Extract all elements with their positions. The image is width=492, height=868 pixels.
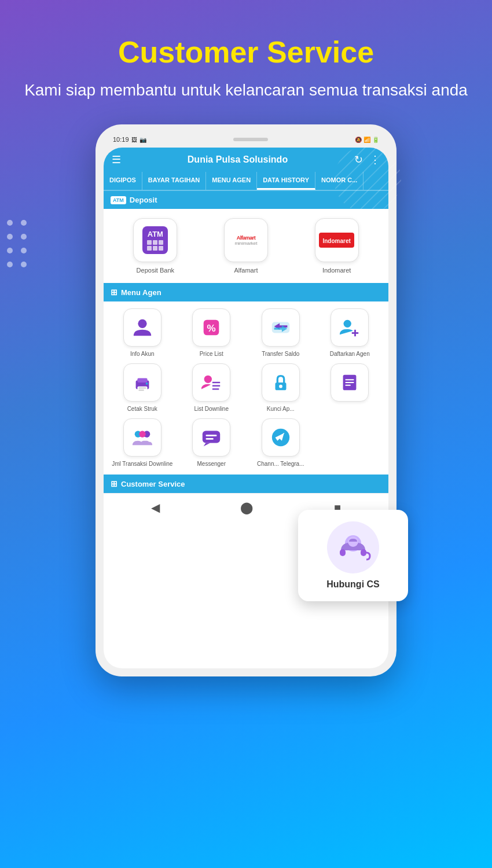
deposit-header-label: Deposit xyxy=(130,196,157,204)
dot xyxy=(7,220,13,226)
menu-agen-section: Info Akun % Price List xyxy=(104,301,388,475)
dot xyxy=(7,248,13,253)
menu-price-list[interactable]: % Price List xyxy=(180,308,244,358)
svg-rect-35 xyxy=(361,549,366,556)
page-title: Customer Service xyxy=(23,35,469,69)
indomaret-label: Indomaret xyxy=(322,267,351,274)
svg-point-14 xyxy=(145,382,148,385)
svg-point-2 xyxy=(138,319,146,328)
dot xyxy=(21,220,27,226)
person-icon xyxy=(131,317,153,339)
send-icon xyxy=(270,426,292,448)
alfamart-item[interactable]: Alfamart minimarket Alfamart xyxy=(224,218,268,274)
svg-rect-34 xyxy=(340,549,346,556)
back-button[interactable]: ◀ xyxy=(151,501,160,514)
dot xyxy=(21,234,27,240)
transfer-icon xyxy=(270,317,292,339)
cs-section-label: Customer Service xyxy=(121,480,185,488)
tab-nomor-c[interactable]: NOMOR C... xyxy=(315,172,364,190)
percent-tag-icon: % xyxy=(200,317,222,339)
svg-point-27 xyxy=(139,431,145,437)
cs-icon-circle xyxy=(327,521,379,573)
menu-channel-telegram[interactable]: Chann... Telegra... xyxy=(249,418,313,468)
deposit-bank-item[interactable]: ATM Deposit Bank xyxy=(133,218,177,274)
svg-point-6 xyxy=(344,320,351,328)
cs-popup[interactable]: Hubungi CS xyxy=(298,510,408,601)
printer-icon xyxy=(131,372,153,393)
dot xyxy=(21,248,27,253)
svg-rect-10 xyxy=(137,378,147,383)
alfamart-icon: Alfamart minimarket xyxy=(224,218,268,262)
menu-daftarkan-agen[interactable]: Daftarkan Agen xyxy=(318,308,382,358)
dot xyxy=(21,262,27,267)
app-header: ☰ Dunia Pulsa Solusindo ↻ ⋮ xyxy=(104,148,388,172)
notch-pill xyxy=(233,138,268,141)
tab-menu-agen[interactable]: MENU AGEN xyxy=(206,172,257,190)
atm-icon: ATM xyxy=(142,226,168,254)
deposit-section-header: ATM Deposit xyxy=(104,191,388,209)
menu-transfer-saldo[interactable]: Transfer Saldo xyxy=(249,308,313,358)
headset-icon xyxy=(333,527,373,568)
tab-bayar-tagihan[interactable]: BAYAR TAGIHAN xyxy=(142,172,206,190)
page-subtitle: Kami siap membantu untuk kelancaran semu… xyxy=(23,79,469,101)
menu-jml-transaksi[interactable]: Jml Transaksi Downline xyxy=(111,418,174,468)
svg-point-15 xyxy=(204,376,212,383)
menu-info-akun-label: Info Akun xyxy=(130,350,155,358)
phone-notch xyxy=(216,134,285,145)
deposit-bank-icon: ATM xyxy=(133,218,177,262)
menu-cetak-struk[interactable]: Cetak Struk xyxy=(111,363,174,413)
svg-rect-23 xyxy=(346,382,354,383)
menu-transfer-saldo-label: Transfer Saldo xyxy=(262,350,299,358)
svg-point-20 xyxy=(279,385,282,388)
cs-section-header: ⊞ Customer Service xyxy=(104,475,388,493)
menu-doc[interactable] xyxy=(318,363,382,413)
menu-grid: Info Akun % Price List xyxy=(111,308,381,468)
alfamart-label: Alfamart xyxy=(234,267,258,274)
menu-agen-icon: ⊞ xyxy=(111,288,118,297)
phone-container: 10:19 🖼 📷 🔕 📶 🔋 ☰ Dunia Pulsa Solusindo … xyxy=(96,124,396,676)
menu-info-akun[interactable]: Info Akun xyxy=(111,308,174,358)
svg-text:%: % xyxy=(207,323,216,334)
tab-data-history[interactable]: DATA HISTORY xyxy=(257,172,315,190)
svg-rect-22 xyxy=(346,379,354,380)
menu-list-downline[interactable]: List Downline xyxy=(180,363,244,413)
hamburger-icon[interactable]: ☰ xyxy=(112,153,121,166)
status-icons: 🔕 📶 🔋 xyxy=(355,137,379,143)
dot xyxy=(7,234,13,240)
cs-popup-label[interactable]: Hubungi CS xyxy=(326,579,380,590)
menu-daftarkan-agen-label: Daftarkan Agen xyxy=(330,350,370,358)
svg-rect-11 xyxy=(137,387,147,392)
home-button[interactable]: ⬤ xyxy=(240,501,253,514)
menu-price-list-label: Price List xyxy=(200,350,223,358)
svg-rect-12 xyxy=(138,388,146,389)
app-header-title: Dunia Pulsa Solusindo xyxy=(128,155,347,165)
deposit-items: ATM Deposit Bank xyxy=(113,218,379,274)
menu-messenger-label: Messenger xyxy=(197,460,226,468)
nav-tabs: DIGIPOS BAYAR TAGIHAN MENU AGEN DATA HIS… xyxy=(104,172,388,191)
indomaret-icon: Indomaret xyxy=(315,218,359,262)
document-icon xyxy=(339,372,361,393)
dot xyxy=(7,262,13,267)
menu-agen-section-header: ⊞ Menu Agen xyxy=(104,283,388,301)
decorative-dots xyxy=(0,220,29,270)
menu-messenger[interactable]: Messenger xyxy=(180,418,244,468)
svg-rect-29 xyxy=(206,435,217,436)
refresh-icon[interactable]: ↻ xyxy=(354,153,363,166)
person-list-icon xyxy=(200,372,222,393)
header-section: Customer Service Kami siap membantu untu… xyxy=(0,0,492,119)
tab-digipos[interactable]: DIGIPOS xyxy=(104,172,142,190)
more-icon[interactable]: ⋮ xyxy=(370,153,380,166)
svg-rect-24 xyxy=(346,385,351,386)
status-time: 10:19 🖼 📷 xyxy=(113,136,146,143)
menu-kunci-ap[interactable]: Kunci Ap... xyxy=(249,363,313,413)
indomaret-item[interactable]: Indomaret Indomaret xyxy=(315,218,359,274)
svg-rect-28 xyxy=(203,431,220,443)
svg-rect-30 xyxy=(206,438,214,440)
cs-section-icon: ⊞ xyxy=(111,479,118,488)
menu-cetak-struk-label: Cetak Struk xyxy=(127,405,157,413)
person-add-icon xyxy=(339,317,361,339)
menu-agen-header-label: Menu Agen xyxy=(121,288,161,297)
deposit-bank-label: Deposit Bank xyxy=(137,267,174,274)
menu-kunci-ap-label: Kunci Ap... xyxy=(267,405,295,413)
lock-icon xyxy=(270,372,292,393)
